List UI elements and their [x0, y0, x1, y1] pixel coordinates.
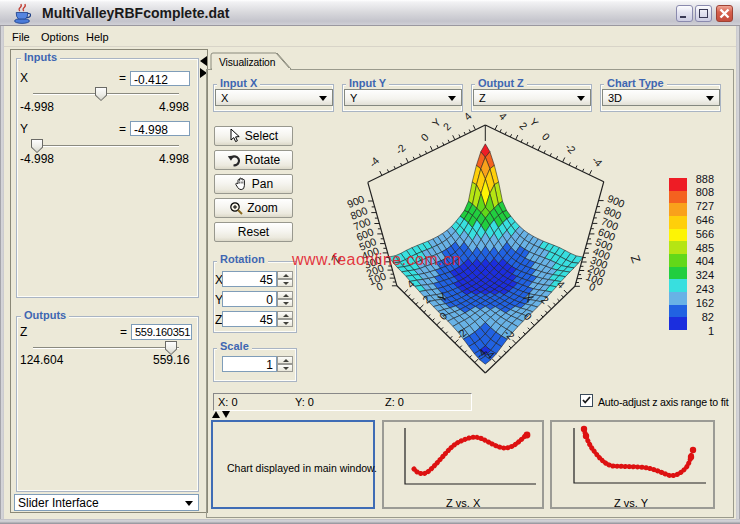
svg-text:0: 0 [540, 130, 553, 143]
svg-text:0: 0 [418, 131, 431, 144]
svg-text:-2: -2 [393, 141, 408, 156]
svg-text:2: 2 [440, 120, 453, 133]
svg-text:-4: -4 [366, 154, 381, 169]
svg-text:-2: -2 [563, 141, 578, 156]
svg-text:-4: -4 [590, 154, 605, 169]
svg-text:4: 4 [497, 110, 510, 123]
svg-text:Z: Z [628, 253, 644, 265]
svg-text:Y: Y [528, 115, 541, 128]
svg-text:4: 4 [461, 110, 474, 123]
svg-text:2: 2 [517, 120, 530, 133]
svg-text:Y: Y [429, 116, 442, 129]
